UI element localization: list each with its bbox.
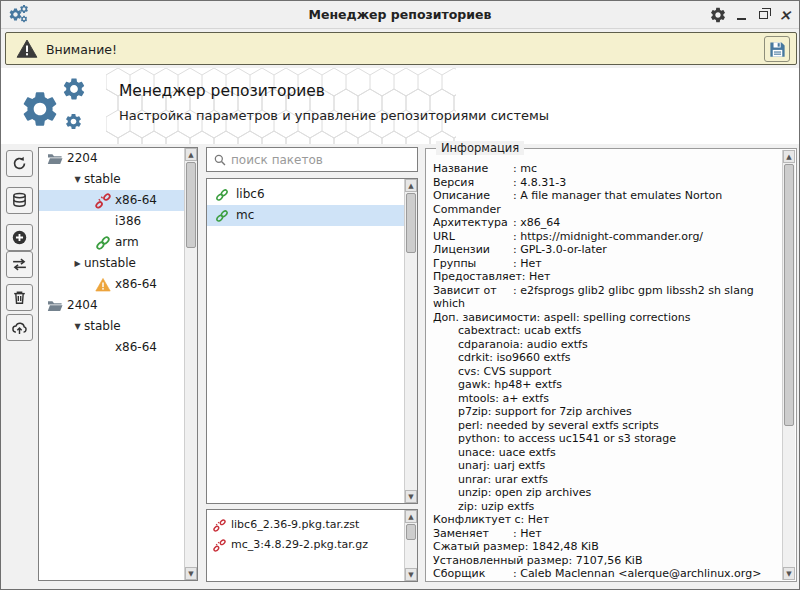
scroll-down-button[interactable]: ▼ bbox=[405, 490, 417, 503]
chevron-down-icon[interactable]: ▼ bbox=[71, 169, 84, 190]
scroll-down-button[interactable]: ▼ bbox=[185, 567, 197, 580]
package-search-box bbox=[206, 147, 418, 172]
package-item-mc[interactable]: mc bbox=[207, 205, 417, 226]
scroll-thumb[interactable] bbox=[406, 193, 416, 253]
tree-item-x86-64-stable[interactable]: x86-64 bbox=[39, 190, 197, 211]
scroll-thumb[interactable] bbox=[186, 162, 196, 248]
info-field-optdeps: Доп. зависимостиaspell: spelling correct… bbox=[433, 311, 774, 325]
file-label: mc_3:4.8.29-2.pkg.tar.gz bbox=[231, 535, 368, 555]
link-icon bbox=[95, 235, 111, 251]
optdep-line: mtools: a+ extfs bbox=[433, 392, 774, 406]
database-icon bbox=[11, 192, 28, 209]
info-legend: Информация bbox=[436, 141, 524, 155]
header-subtitle: Настройка параметров и управление репози… bbox=[119, 108, 549, 123]
tree-item-label: unstable bbox=[84, 253, 136, 274]
info-content: Названиеmc Версия4.8.31-3 ОписаниеA file… bbox=[433, 162, 774, 580]
add-circle-icon bbox=[11, 229, 28, 246]
header: Менеджер репозиториев Настройка параметр… bbox=[1, 68, 800, 144]
scroll-thumb[interactable] bbox=[784, 164, 794, 426]
scroll-up-button[interactable]: ▲ bbox=[185, 148, 197, 161]
optdep-line: perl: needed by several extfs scripts bbox=[433, 419, 774, 433]
add-button[interactable] bbox=[6, 224, 33, 251]
tree-item-unstable[interactable]: ▶ unstable bbox=[39, 253, 197, 274]
package-file-list: libc6_2.36-9.pkg.tar.zst mc_3:4.8.29-2.p… bbox=[206, 509, 418, 582]
file-item-libc6[interactable]: libc6_2.36-9.pkg.tar.zst bbox=[207, 515, 417, 535]
link-broken-icon bbox=[213, 539, 226, 552]
info-field-name: Названиеmc bbox=[433, 162, 774, 176]
tree-item-2404[interactable]: 2404 bbox=[39, 295, 197, 316]
scroll-up-button[interactable]: ▲ bbox=[405, 510, 417, 523]
scroll-up-button[interactable]: ▲ bbox=[783, 150, 795, 163]
scroll-thumb[interactable] bbox=[406, 524, 416, 540]
tree-item-label: x86-64 bbox=[115, 274, 157, 295]
scroll-down-button[interactable]: ▼ bbox=[405, 568, 417, 581]
transfer-button[interactable] bbox=[6, 251, 33, 278]
link-broken-icon bbox=[213, 519, 226, 532]
tree-scrollbar[interactable]: ▲ ▼ bbox=[184, 148, 197, 580]
maximize-icon bbox=[759, 11, 768, 19]
link-broken-icon bbox=[95, 193, 111, 209]
warning-triangle-icon bbox=[16, 38, 38, 60]
info-field-packager: СборщикCaleb Maclennan <alerque@archlinu… bbox=[433, 567, 774, 580]
chevron-right-icon[interactable]: ▶ bbox=[71, 253, 84, 274]
optdep-line: cabextract: ucab extfs bbox=[433, 324, 774, 338]
search-input[interactable] bbox=[231, 149, 401, 170]
optdep-line: cdrkit: iso9660 extfs bbox=[433, 351, 774, 365]
tree-item-x86-64-2404[interactable]: x86-64 bbox=[39, 337, 197, 358]
tree-item-label: stable bbox=[84, 316, 121, 337]
info-field-replaces: ЗаменяетНет bbox=[433, 527, 774, 541]
tree-item-label: arm bbox=[115, 232, 139, 253]
package-item-libc6[interactable]: libc6 bbox=[207, 184, 417, 205]
tree-item-x86-64-unstable[interactable]: x86-64 bbox=[39, 274, 197, 295]
info-field-architecture: Архитектураx86_64 bbox=[433, 216, 774, 230]
save-button[interactable] bbox=[764, 36, 790, 62]
search-icon bbox=[213, 153, 227, 167]
file-list-scrollbar[interactable]: ▲ ▼ bbox=[404, 510, 417, 581]
info-field-depends: Зависит отe2fsprogs glib2 glibc gpm libs… bbox=[433, 284, 774, 311]
package-list: libc6 mc ▲ ▼ bbox=[206, 178, 418, 504]
package-label: mc bbox=[236, 205, 254, 226]
info-field-licenses: ЛицензииGPL-3.0-or-later bbox=[433, 243, 774, 257]
header-title: Менеджер репозиториев bbox=[119, 82, 549, 100]
info-field-version: Версия4.8.31-3 bbox=[433, 176, 774, 190]
tree-item-label: x86-64 bbox=[115, 190, 157, 211]
settings-gear-icon[interactable] bbox=[709, 6, 727, 24]
link-icon bbox=[215, 188, 229, 202]
database-button[interactable] bbox=[6, 187, 33, 214]
floppy-icon bbox=[768, 40, 787, 59]
upload-button[interactable] bbox=[6, 314, 33, 341]
file-item-mc[interactable]: mc_3:4.8.29-2.pkg.tar.gz bbox=[207, 535, 417, 555]
tree-item-label: i386 bbox=[115, 211, 141, 232]
package-list-scrollbar[interactable]: ▲ ▼ bbox=[404, 179, 417, 503]
cloud-upload-icon bbox=[11, 319, 28, 336]
tree-item-2204[interactable]: 2204 bbox=[39, 148, 197, 169]
chevron-down-icon[interactable]: ▼ bbox=[71, 316, 84, 337]
optdep-line: unarj: uarj extfs bbox=[433, 459, 774, 473]
header-text: Менеджер репозиториев Настройка параметр… bbox=[119, 82, 549, 123]
optdep-line: cdparanoia: audio extfs bbox=[433, 338, 774, 352]
maximize-button[interactable] bbox=[755, 6, 771, 24]
minimize-button[interactable] bbox=[733, 6, 749, 24]
folder-open-icon bbox=[47, 151, 63, 167]
warning-banner: Внимание! bbox=[5, 32, 797, 65]
info-scrollbar[interactable]: ▲ ▼ bbox=[782, 150, 795, 580]
link-icon bbox=[215, 209, 229, 223]
refresh-button[interactable] bbox=[6, 150, 33, 177]
scroll-up-button[interactable]: ▲ bbox=[405, 179, 417, 192]
tree-item-label: stable bbox=[84, 169, 121, 190]
tree-item-i386[interactable]: i386 bbox=[39, 211, 197, 232]
optdep-line: unzip: open zip archives bbox=[433, 486, 774, 500]
scroll-down-button[interactable]: ▼ bbox=[783, 567, 795, 580]
optdep-line: python: to access uc1541 or s3 storage bbox=[433, 432, 774, 446]
tree-item-arm[interactable]: arm bbox=[39, 232, 197, 253]
tree-item-stable-2204[interactable]: ▼ stable bbox=[39, 169, 197, 190]
titlebar-controls: × bbox=[709, 1, 793, 29]
app-window: Менеджер репозиториев × Внимание! bbox=[0, 0, 800, 590]
tree-item-stable-2404[interactable]: ▼ stable bbox=[39, 316, 197, 337]
close-button[interactable]: × bbox=[777, 6, 793, 24]
minimize-icon bbox=[737, 11, 746, 20]
delete-button[interactable] bbox=[6, 284, 33, 311]
title-bar: Менеджер репозиториев × bbox=[1, 1, 799, 29]
info-groupbox: Информация Названиеmc Версия4.8.31-3 Опи… bbox=[425, 148, 797, 582]
warning-triangle-icon bbox=[95, 277, 111, 293]
